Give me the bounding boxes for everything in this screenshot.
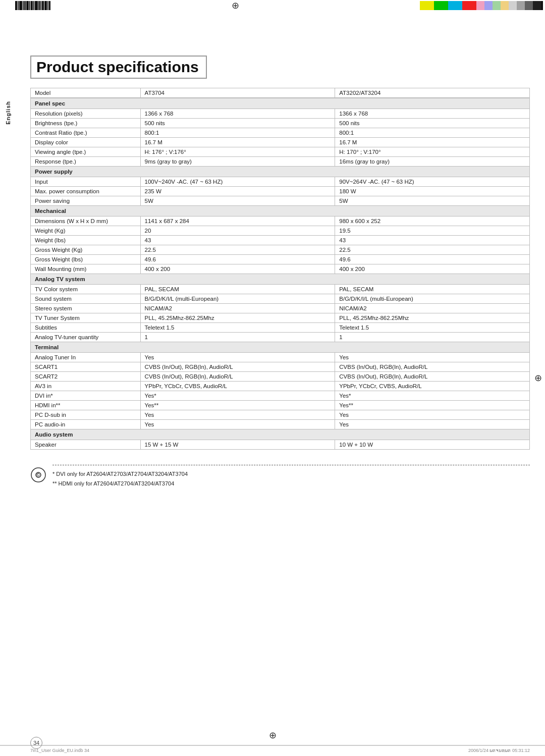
note-section: © * DVI only for AT2604/AT2703/AT2704/AT…: [30, 465, 530, 488]
row-label: Input: [31, 177, 141, 187]
row-val1: 235 W: [140, 187, 335, 196]
table-row: PC audio-inYesYes: [31, 420, 530, 429]
footer: 7in1_User Guide_EU.indb 34 2006/1/24 ພຕຈ…: [30, 748, 530, 753]
row-val1: B/G/D/K/I/L (multi-European): [140, 294, 335, 304]
row-val1: YPbPr, YCbCr, CVBS, AudioR/L: [140, 382, 335, 391]
row-val1: PAL, SECAM: [140, 285, 335, 294]
row-val1: 16.7 M: [140, 138, 335, 147]
row-val1: 500 nits: [140, 119, 335, 128]
row-label: SCART1: [31, 362, 141, 372]
row-label: Resolution (pixels): [31, 109, 141, 119]
reg-mark-right: ⊕: [534, 372, 542, 384]
row-label: Speaker: [31, 440, 141, 450]
row-label: Gross Weight (Kg): [31, 245, 141, 255]
row-val2: NICAM/A2: [335, 304, 530, 313]
row-val2: 1366 x 768: [335, 109, 530, 119]
row-label: Weight (Kg): [31, 226, 141, 236]
row-label: Gross Weight (lbs): [31, 255, 141, 264]
row-val2: 800:1: [335, 128, 530, 138]
row-val2: 1: [335, 333, 530, 342]
section-header-row: Analog TV system: [31, 274, 530, 285]
table-row: Resolution (pixels)1366 x 7681366 x 768: [31, 109, 530, 119]
table-row: Sound systemB/G/D/K/I/L (multi-European)…: [31, 294, 530, 304]
row-val2: 19.5: [335, 226, 530, 236]
row-val2: 180 W: [335, 187, 530, 196]
row-label: Analog Tuner In: [31, 353, 141, 362]
row-val2: B/G/D/K/I/L (multi-European): [335, 294, 530, 304]
row-val2: 16.7 M: [335, 138, 530, 147]
row-val2: 980 x 600 x 252: [335, 217, 530, 226]
row-val1: 5W: [140, 196, 335, 206]
row-val1: Yes*: [140, 391, 335, 401]
row-val2: PLL, 45.25Mhz-862.25Mhz: [335, 313, 530, 323]
row-val1: 49.6: [140, 255, 335, 264]
row-val2: Yes**: [335, 401, 530, 410]
reg-mark-bottom: ⊕: [269, 730, 277, 741]
row-label: Stereo system: [31, 304, 141, 313]
row-label: Viewing angle (tpe.): [31, 147, 141, 157]
table-row: DVI in*Yes*Yes*: [31, 391, 530, 401]
row-val1: 9ms (gray to gray): [140, 157, 335, 167]
row-label: Contrast Ratio (tpe.): [31, 128, 141, 138]
table-row: Gross Weight (lbs)49.649.6: [31, 255, 530, 264]
table-row: Weight (Kg)2019.5: [31, 226, 530, 236]
row-val1: 400 x 200: [140, 264, 335, 274]
table-row: TV Tuner SystemPLL, 45.25Mhz-862.25MhzPL…: [31, 313, 530, 323]
row-val1: 43: [140, 236, 335, 245]
dashed-separator: [52, 465, 530, 465]
row-label: Subtitles: [31, 323, 141, 333]
header-col-label: Model: [31, 88, 141, 98]
page-title: Product specifications: [30, 56, 207, 79]
row-label: Response (tpe.): [31, 157, 141, 167]
table-row: Analog Tuner InYesYes: [31, 353, 530, 362]
row-val1: Yes**: [140, 401, 335, 410]
row-val1: 100V~240V -AC. (47 ~ 63 HZ): [140, 177, 335, 187]
table-row: Gross Weight (Kg)22.522.5: [31, 245, 530, 255]
table-row: Analog TV-tuner quantity11: [31, 333, 530, 342]
footer-left: 7in1_User Guide_EU.indb 34: [30, 748, 89, 753]
row-val2: Yes: [335, 353, 530, 362]
table-row: SubtitlesTeletext 1.5Teletext 1.5: [31, 323, 530, 333]
section-header-label: Analog TV system: [31, 274, 530, 285]
table-row: Wall Mounting (mm)400 x 200400 x 200: [31, 264, 530, 274]
row-val2: 500 nits: [335, 119, 530, 128]
row-label: Wall Mounting (mm): [31, 264, 141, 274]
row-label: SCART2: [31, 372, 141, 382]
row-val1: 1: [140, 333, 335, 342]
table-row: Weight (lbs)4343: [31, 236, 530, 245]
table-row: Speaker15 W + 15 W10 W + 10 W: [31, 440, 530, 450]
row-val2: 43: [335, 236, 530, 245]
row-val1: Teletext 1.5: [140, 323, 335, 333]
section-header-row: Terminal: [31, 342, 530, 353]
section-header-label: Power supply: [31, 167, 530, 177]
row-val1: NICAM/A2: [140, 304, 335, 313]
table-row: Contrast Ratio (tpe.)800:1800:1: [31, 128, 530, 138]
row-label: AV3 in: [31, 382, 141, 391]
header-col-val2: AT3202/AT3204: [335, 88, 530, 98]
row-val2: Teletext 1.5: [335, 323, 530, 333]
row-label: Power saving: [31, 196, 141, 206]
table-row: HDMI in**Yes**Yes**: [31, 401, 530, 410]
row-label: HDMI in**: [31, 401, 141, 410]
row-val1: CVBS (In/Out), RGB(In), AudioR/L: [140, 362, 335, 372]
row-label: DVI in*: [31, 391, 141, 401]
row-val2: 22.5: [335, 245, 530, 255]
row-val1: 1366 x 768: [140, 109, 335, 119]
row-val2: Yes: [335, 410, 530, 420]
row-val1: Yes: [140, 410, 335, 420]
section-header-row: Audio system: [31, 429, 530, 440]
row-val2: Yes: [335, 420, 530, 429]
table-row: Max. power consumption235 W180 W: [31, 187, 530, 196]
row-val2: CVBS (In/Out), RGB(In), AudioR/L: [335, 372, 530, 382]
table-row: PC D-sub inYesYes: [31, 410, 530, 420]
spec-body-table: Panel specResolution (pixels)1366 x 7681…: [30, 98, 530, 450]
section-header-row: Panel spec: [31, 98, 530, 109]
svg-text:©: ©: [36, 472, 40, 478]
hdmi-note: ** HDMI only for AT2604/AT2704/AT3204/AT…: [52, 479, 530, 489]
language-label: English: [5, 101, 11, 125]
row-val1: H: 176° ; V:176°: [140, 147, 335, 157]
row-val2: 16ms (gray to gray): [335, 157, 530, 167]
row-label: Max. power consumption: [31, 187, 141, 196]
row-val1: Yes: [140, 353, 335, 362]
row-val2: 49.6: [335, 255, 530, 264]
